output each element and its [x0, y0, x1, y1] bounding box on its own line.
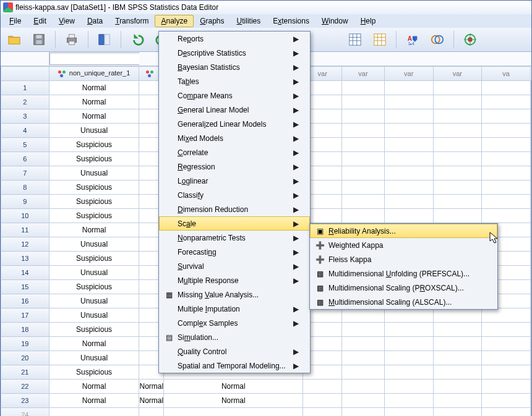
menubar[interactable]: FileEditViewDataTransformAnalyzeGraphsUt…: [1, 14, 531, 28]
menu-graphs[interactable]: Graphs: [194, 15, 230, 27]
row-header[interactable]: 9: [1, 195, 49, 209]
cell[interactable]: [433, 394, 482, 408]
analyze-item[interactable]: Classify▶: [159, 188, 310, 202]
analyze-item[interactable]: Multiple Imputation▶: [159, 302, 310, 316]
cell[interactable]: Suspicious: [49, 280, 139, 294]
analyze-item[interactable]: Correlate▶: [159, 145, 310, 159]
cell[interactable]: [384, 365, 433, 380]
cell[interactable]: [531, 337, 531, 351]
cell[interactable]: [384, 81, 433, 95]
scale-item[interactable]: ➕Fleiss Kappa: [310, 252, 497, 266]
cell[interactable]: [433, 180, 482, 195]
cell[interactable]: [342, 81, 385, 95]
row-header[interactable]: 7: [1, 166, 49, 180]
column-non_unique_rater_1[interactable]: non_unique_rater_1: [49, 67, 139, 81]
cell[interactable]: [433, 337, 482, 351]
analyze-item[interactable]: Descriptive Statistics▶: [159, 46, 310, 60]
row-header[interactable]: 1: [1, 81, 49, 95]
cell[interactable]: Normal: [49, 394, 139, 408]
cell[interactable]: Normal: [49, 337, 139, 351]
analyze-item[interactable]: Multiple Response▶: [159, 273, 310, 287]
analyze-menu[interactable]: Reports▶Descriptive Statistics▶Bayesian …: [158, 31, 311, 373]
row-header[interactable]: 10: [1, 209, 49, 223]
cell[interactable]: [433, 81, 482, 95]
row-header[interactable]: 2: [1, 95, 49, 109]
cell[interactable]: [303, 408, 342, 417]
menu-analyze[interactable]: Analyze: [155, 15, 194, 27]
scale-item[interactable]: ▩Multidimensional Scaling (PROXSCAL)...: [310, 281, 497, 295]
open-button[interactable]: [4, 30, 24, 49]
cell[interactable]: [384, 408, 433, 417]
cell[interactable]: [531, 323, 531, 337]
cell[interactable]: [482, 124, 531, 138]
cell[interactable]: [433, 408, 482, 417]
save-button[interactable]: [29, 30, 49, 49]
cell[interactable]: [164, 408, 303, 417]
cell[interactable]: [482, 152, 531, 166]
row-header[interactable]: 11: [1, 223, 49, 237]
cell[interactable]: Normal: [139, 380, 164, 394]
cell[interactable]: [342, 109, 385, 124]
cell[interactable]: [482, 323, 531, 337]
cell[interactable]: Suspicious: [49, 180, 139, 195]
cell[interactable]: [482, 95, 531, 109]
cell[interactable]: Suspicious: [49, 195, 139, 209]
cell[interactable]: [482, 337, 531, 351]
dialog-recall-button[interactable]: [95, 30, 114, 49]
cell[interactable]: [482, 195, 531, 209]
cell[interactable]: Suspicious: [49, 152, 139, 166]
select-targets-button[interactable]: [460, 30, 480, 49]
cell[interactable]: [531, 95, 531, 109]
cell[interactable]: [384, 351, 433, 365]
cell[interactable]: [433, 195, 482, 209]
row-header[interactable]: 13: [1, 252, 49, 266]
cell[interactable]: [303, 380, 342, 394]
cell[interactable]: Suspicious: [49, 365, 139, 380]
cell[interactable]: [433, 209, 482, 223]
use-sets-button[interactable]: [427, 30, 447, 49]
analyze-item[interactable]: Spatial and Temporal Modeling...▶: [159, 359, 310, 373]
cell[interactable]: [531, 124, 531, 138]
cell[interactable]: [342, 166, 385, 180]
cell[interactable]: [531, 166, 531, 180]
row-header[interactable]: 14: [1, 266, 49, 280]
cell[interactable]: Normal: [49, 223, 139, 237]
row-header[interactable]: 17: [1, 308, 49, 323]
cell[interactable]: Unusual: [49, 308, 139, 323]
cell[interactable]: [384, 380, 433, 394]
cell[interactable]: Suspicious: [49, 252, 139, 266]
cell[interactable]: [531, 408, 531, 417]
analyze-item[interactable]: Generalized Linear Models▶: [159, 117, 310, 131]
cell[interactable]: [531, 109, 531, 124]
row-header[interactable]: 22: [1, 380, 49, 394]
cell[interactable]: Unusual: [49, 294, 139, 308]
row-header[interactable]: 20: [1, 351, 49, 365]
cell[interactable]: [342, 209, 385, 223]
cell[interactable]: [482, 365, 531, 380]
row-header[interactable]: 15: [1, 280, 49, 294]
insert-cases-button[interactable]: [345, 30, 365, 49]
cell[interactable]: [531, 351, 531, 365]
analyze-item[interactable]: ▤Simulation...: [159, 330, 310, 344]
cell[interactable]: [384, 109, 433, 124]
cell[interactable]: [384, 308, 433, 323]
undo-button[interactable]: [127, 30, 147, 49]
print-button[interactable]: [62, 30, 82, 49]
cell[interactable]: [342, 152, 385, 166]
cell[interactable]: [531, 380, 531, 394]
analyze-item[interactable]: Regression▶: [159, 159, 310, 174]
cell[interactable]: [482, 408, 531, 417]
cell[interactable]: [531, 152, 531, 166]
cell[interactable]: [384, 209, 433, 223]
cell[interactable]: [482, 180, 531, 195]
menu-help[interactable]: Help: [354, 15, 382, 27]
cell[interactable]: Normal: [164, 394, 303, 408]
cell[interactable]: Suspicious: [49, 209, 139, 223]
scale-submenu[interactable]: ▣Reliability Analysis...➕Weighted Kappa➕…: [309, 223, 498, 310]
cell[interactable]: [342, 365, 385, 380]
column-empty-var[interactable]: var: [342, 67, 385, 81]
row-header[interactable]: 24: [1, 408, 49, 417]
analyze-item[interactable]: Forecasting▶: [159, 245, 310, 259]
menu-file[interactable]: File: [3, 15, 27, 27]
cell[interactable]: [531, 81, 531, 95]
